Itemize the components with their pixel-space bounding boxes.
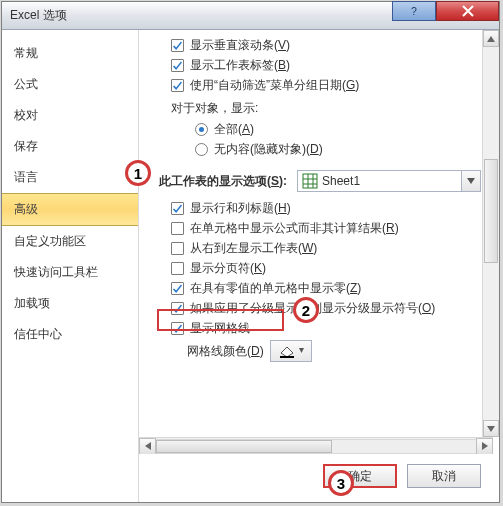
sidebar-item-quick-access[interactable]: 快速访问工具栏 (2, 257, 138, 288)
option-row-col-headings[interactable]: 显示行和列标题(H) (171, 200, 481, 217)
option-label: 全部(A) (214, 121, 254, 138)
option-autofilter-group-dates[interactable]: 使用“自动筛选”菜单分组日期(G) (171, 77, 481, 94)
sheet-name: Sheet1 (322, 174, 461, 188)
scroll-track[interactable] (483, 47, 499, 420)
option-show-formulas[interactable]: 在单元格中显示公式而非其计算结果(R) (171, 220, 481, 237)
radio-objects-none[interactable]: 无内容(隐藏对象)(D) (195, 141, 481, 158)
sidebar-item-formulas[interactable]: 公式 (2, 69, 138, 100)
option-label: 显示网格线 (190, 320, 250, 337)
window-title: Excel 选项 (10, 7, 67, 24)
window-controls: ? (392, 1, 499, 21)
sidebar-item-advanced[interactable]: 高级 (2, 193, 138, 226)
sidebar-item-label: 高级 (14, 202, 38, 216)
option-label: 在单元格中显示公式而非其计算结果(R) (190, 220, 399, 237)
sidebar-item-label: 校对 (14, 108, 38, 122)
option-vertical-scrollbar[interactable]: 显示垂直滚动条(V) (171, 37, 481, 54)
paint-bucket-icon (277, 343, 305, 359)
scroll-up-button[interactable] (483, 30, 499, 47)
svg-rect-2 (280, 356, 294, 358)
chevron-up-icon (487, 36, 495, 42)
chevron-right-icon (482, 442, 488, 450)
option-show-zeros[interactable]: 在具有零值的单元格中显示零(Z) (171, 280, 481, 297)
sidebar-item-label: 加载项 (14, 296, 50, 310)
sidebar-item-label: 快速访问工具栏 (14, 265, 98, 279)
option-label: 无内容(隐藏对象)(D) (214, 141, 323, 158)
chevron-down-icon (487, 426, 495, 432)
ok-button[interactable]: 确定 (323, 464, 397, 488)
close-button[interactable] (436, 1, 499, 21)
option-label: 显示行和列标题(H) (190, 200, 291, 217)
sidebar-item-addins[interactable]: 加载项 (2, 288, 138, 319)
help-button[interactable]: ? (392, 1, 436, 21)
sidebar-item-label: 信任中心 (14, 327, 62, 341)
sidebar-item-customize-ribbon[interactable]: 自定义功能区 (2, 226, 138, 257)
radio-icon (195, 143, 208, 156)
horizontal-scrollbar[interactable] (139, 437, 493, 454)
option-rtl-sheet[interactable]: 从右到左显示工作表(W) (171, 240, 481, 257)
cancel-button[interactable]: 取消 (407, 464, 481, 488)
sidebar-item-general[interactable]: 常规 (2, 38, 138, 69)
option-gridlines[interactable]: 显示网格线 (171, 320, 481, 337)
checkbox-icon (171, 222, 184, 235)
close-icon (460, 3, 476, 19)
scroll-down-button[interactable] (483, 420, 499, 437)
button-label: 确定 (348, 468, 372, 485)
dropdown-button[interactable] (461, 171, 480, 191)
sidebar: 常规 公式 校对 保存 语言 高级 自定义功能区 快速访问工具栏 加载项 信任中… (2, 30, 139, 502)
option-label: 使用“自动筛选”菜单分组日期(G) (190, 77, 359, 94)
option-label: 显示垂直滚动条(V) (190, 37, 290, 54)
checkbox-icon (171, 282, 184, 295)
checkbox-icon (171, 302, 184, 315)
vertical-scrollbar[interactable] (482, 30, 499, 437)
option-label: 如果应用了分级显示，则显示分级显示符号(O) (190, 300, 435, 317)
checkbox-icon (171, 39, 184, 52)
radio-icon (195, 123, 208, 136)
sidebar-item-language[interactable]: 语言 (2, 162, 138, 193)
titlebar: Excel 选项 ? (2, 2, 499, 30)
section-title: 此工作表的显示选项(S): (159, 173, 287, 190)
checkbox-icon (171, 59, 184, 72)
checkbox-icon (171, 322, 184, 335)
sidebar-item-proofing[interactable]: 校对 (2, 100, 138, 131)
checkbox-icon (171, 79, 184, 92)
main-panel: 显示垂直滚动条(V) 显示工作表标签(B) 使用“自动筛选”菜单分组日期(G) … (139, 30, 499, 502)
help-icon: ? (407, 4, 421, 18)
gridline-color-row: 网格线颜色(D) (187, 340, 481, 362)
sidebar-item-trust-center[interactable]: 信任中心 (2, 319, 138, 350)
checkbox-icon (171, 242, 184, 255)
objects-label: 对于对象，显示: (171, 100, 481, 117)
option-label: 显示工作表标签(B) (190, 57, 290, 74)
option-sheet-tabs[interactable]: 显示工作表标签(B) (171, 57, 481, 74)
sheet-select[interactable]: Sheet1 (297, 170, 481, 192)
option-label: 在具有零值的单元格中显示零(Z) (190, 280, 361, 297)
scroll-track[interactable] (156, 439, 476, 454)
option-page-breaks[interactable]: 显示分页符(K) (171, 260, 481, 277)
option-label: 显示分页符(K) (190, 260, 266, 277)
worksheet-icon (302, 173, 318, 189)
sidebar-item-label: 保存 (14, 139, 38, 153)
svg-rect-1 (303, 174, 317, 188)
scroll-area: 显示垂直滚动条(V) 显示工作表标签(B) 使用“自动筛选”菜单分组日期(G) … (139, 30, 499, 437)
radio-objects-all[interactable]: 全部(A) (195, 121, 481, 138)
sidebar-item-label: 常规 (14, 46, 38, 60)
chevron-down-icon (467, 178, 475, 184)
scroll-left-button[interactable] (139, 438, 156, 455)
chevron-left-icon (145, 442, 151, 450)
option-outline-symbols[interactable]: 如果应用了分级显示，则显示分级显示符号(O) (171, 300, 481, 317)
section-sheet-display: 此工作表的显示选项(S): Sheet1 (159, 170, 481, 192)
sidebar-item-label: 自定义功能区 (14, 234, 86, 248)
checkbox-icon (171, 262, 184, 275)
scroll-right-button[interactable] (476, 438, 493, 455)
gridline-color-label: 网格线颜色(D) (187, 343, 264, 360)
checkbox-icon (171, 202, 184, 215)
option-label: 从右到左显示工作表(W) (190, 240, 317, 257)
sidebar-item-label: 语言 (14, 170, 38, 184)
svg-text:?: ? (411, 5, 417, 17)
scroll-thumb[interactable] (156, 440, 332, 453)
button-label: 取消 (432, 468, 456, 485)
gridline-color-button[interactable] (270, 340, 312, 362)
dialog-footer: 确定 取消 (139, 454, 499, 502)
sidebar-item-label: 公式 (14, 77, 38, 91)
sidebar-item-save[interactable]: 保存 (2, 131, 138, 162)
scroll-thumb[interactable] (484, 159, 498, 263)
